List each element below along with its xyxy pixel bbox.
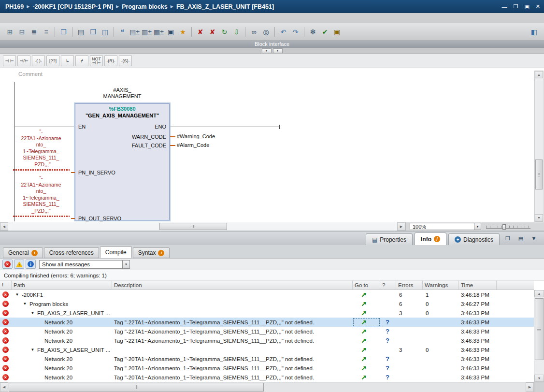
- goto-arrow-icon[interactable]: ↗: [361, 364, 367, 372]
- collapse-panel-icon[interactable]: ▼: [530, 234, 538, 242]
- symbol-information-icon[interactable]: ▤±: [129, 26, 140, 37]
- insert-network-icon[interactable]: ⊞: [4, 26, 15, 37]
- pin-eno[interactable]: ENO: [155, 124, 166, 130]
- operand-pn-out-servo[interactable]: "-22TA1~Azionamento_1~Telegramma_SIEMENS…: [12, 175, 71, 214]
- column-header[interactable]: Description: [112, 281, 353, 290]
- table-vscroll-track[interactable]: [534, 297, 544, 375]
- diagram-hscrollbar[interactable]: ◀ ▶: [0, 222, 406, 231]
- pin-pn-in-servo[interactable]: PN_IN_SERVO: [78, 170, 115, 175]
- function-block[interactable]: %FB30080 "GEN_AXIS_MANAGEMENT" EN ENO WA…: [75, 103, 170, 220]
- favorites-icon[interactable]: ★: [177, 26, 188, 37]
- goto-cell[interactable]: ↗: [353, 354, 380, 363]
- goto-cell[interactable]: ↗: [353, 308, 380, 318]
- knowhow-protection-icon[interactable]: ▣: [331, 26, 343, 37]
- message-filter-dropdown[interactable]: Show all messages ▼: [39, 260, 130, 269]
- column-header[interactable]: Warnings: [423, 281, 459, 290]
- table-scroll-right-button[interactable]: ▶: [526, 382, 534, 392]
- table-scroll-down-button[interactable]: ▼: [534, 375, 544, 382]
- pin-warn-code[interactable]: WARN_CODE: [132, 134, 166, 140]
- diagram-vscroll-thumb[interactable]: [535, 160, 543, 189]
- column-header[interactable]: ?: [380, 281, 396, 290]
- tab-syntax[interactable]: Syntaxi: [133, 247, 170, 258]
- expand-triangle-icon[interactable]: ▼: [29, 348, 36, 352]
- filter-errors-button[interactable]: ×: [2, 260, 13, 269]
- update-block-calls-icon[interactable]: ↻: [219, 26, 230, 37]
- next-point-icon[interactable]: ↷: [290, 26, 301, 37]
- float-panel-icon[interactable]: ❐: [504, 234, 512, 242]
- goto-arrow-icon[interactable]: ↗: [361, 346, 367, 354]
- tab-info[interactable]: Infoi: [415, 232, 446, 245]
- close-branch-button[interactable]: ↱: [75, 55, 88, 66]
- column-header[interactable]: [497, 281, 534, 290]
- goto-cell[interactable]: ↗: [353, 327, 380, 336]
- goto-arrow-icon[interactable]: ↗: [361, 319, 367, 326]
- operand-pn-in-servo[interactable]: "-22TA1~Azionamento_1~Telegramma_SIEMENS…: [12, 129, 71, 168]
- column-header[interactable]: Errors: [396, 281, 423, 290]
- column-header[interactable]: Go to: [353, 281, 380, 290]
- message-row[interactable]: ×▼-200KF1↗613:46:18 PM: [0, 290, 534, 299]
- close-all-networks-icon[interactable]: ≡: [41, 26, 52, 37]
- table-hscroll-track[interactable]: [8, 382, 526, 392]
- zoom-slider[interactable]: [486, 224, 530, 230]
- table-scroll-left-button[interactable]: ◀: [0, 382, 8, 392]
- message-row[interactable]: ×▼Program blocks↗603:46:27 PM: [0, 299, 534, 308]
- message-row[interactable]: ×Network 20Tag "-22TA1~Azionamento_1~Tel…: [0, 336, 534, 345]
- diagram-hscroll-track[interactable]: [8, 222, 397, 231]
- paste-selection-icon[interactable]: ❐: [58, 26, 69, 37]
- table-hscroll-thumb[interactable]: [9, 383, 264, 392]
- call-environment-icon[interactable]: ✻: [307, 26, 318, 37]
- goto-arrow-icon[interactable]: ↗: [361, 374, 367, 381]
- zoom-slider-thumb[interactable]: [502, 224, 506, 230]
- table-hscrollbar[interactable]: ◀ ▶: [0, 382, 544, 392]
- filter-info-button[interactable]: i: [26, 260, 36, 269]
- question-icon[interactable]: ?: [386, 328, 389, 335]
- operand-information-icon[interactable]: ▥±: [141, 26, 152, 37]
- question-icon[interactable]: ?: [386, 319, 389, 326]
- question-icon[interactable]: ?: [386, 374, 389, 381]
- goto-cell[interactable]: ↗: [353, 336, 380, 345]
- open-branch-button[interactable]: ↳: [61, 55, 74, 66]
- goto-cell[interactable]: ↗: [353, 318, 380, 327]
- set-coil-button[interactable]: -(S)-: [119, 55, 132, 66]
- message-row[interactable]: ×▼FB_AXIS_Z_LASER_UNIT ...↗303:46:33 PM: [0, 308, 534, 318]
- goto-arrow-icon[interactable]: ↗: [361, 291, 367, 299]
- coil-button[interactable]: -( )-: [32, 55, 45, 66]
- zoom-dropdown-icon[interactable]: ▼: [474, 223, 481, 230]
- goto-cell[interactable]: ↗: [353, 373, 380, 382]
- filter-dropdown-icon[interactable]: ▼: [122, 261, 129, 268]
- scroll-down-button[interactable]: ▼: [535, 214, 543, 221]
- network-canvas[interactable]: #AXIS_MANAGEMENT %FB30080 "GEN_AXIS_MANA…: [0, 80, 544, 222]
- table-vscrollbar[interactable]: ▲ ▼: [534, 290, 544, 382]
- maximize-editor-icon[interactable]: ❒: [87, 26, 99, 37]
- minimize-button[interactable]: —: [502, 4, 507, 10]
- network-overview-icon[interactable]: ▤: [75, 26, 86, 37]
- close-button[interactable]: ✕: [536, 3, 540, 10]
- detach-editor-icon[interactable]: ◧: [529, 26, 540, 37]
- diagram-hscroll-thumb[interactable]: [159, 223, 227, 230]
- question-icon[interactable]: ?: [386, 355, 389, 363]
- expand-triangle-icon[interactable]: ▼: [22, 302, 28, 306]
- goto-cell[interactable]: ↗: [353, 345, 380, 354]
- goto-arrow-icon[interactable]: ↗: [361, 328, 367, 335]
- open-all-networks-icon[interactable]: ≣: [29, 26, 40, 37]
- block-interface-bar[interactable]: Block interface: [0, 41, 544, 48]
- zoom-select[interactable]: 100% ▼: [410, 223, 481, 230]
- tab-diagnostics[interactable]: +Diagnostics: [448, 233, 500, 245]
- message-row[interactable]: ×Network 20Tag "-20TA1~Azionamento_1~Tel…: [0, 363, 534, 373]
- breadcrumb-item[interactable]: PH169: [4, 3, 25, 10]
- message-row[interactable]: ×Network 20Tag "-22TA1~Azionamento_1~Tel…: [0, 327, 534, 336]
- goto-arrow-icon[interactable]: ↗: [361, 309, 367, 317]
- goto-cell[interactable]: ↗: [353, 290, 380, 299]
- expand-triangle-icon[interactable]: ▼: [14, 292, 20, 297]
- splitter-collapse-button-1[interactable]: ▼: [262, 48, 272, 53]
- tab-general[interactable]: Generali: [3, 247, 43, 258]
- goto-cell[interactable]: ↗: [353, 299, 380, 308]
- comment-label[interactable]: Comment: [18, 71, 43, 77]
- message-row[interactable]: ×Network 20Tag "-22TA1~Azionamento_1~Tel…: [0, 318, 534, 327]
- monitoring-selection-icon[interactable]: ◎: [260, 26, 272, 37]
- tab-properties[interactable]: ▤Properties: [366, 233, 413, 245]
- instance-name-label[interactable]: #AXIS_MANAGEMENT: [75, 87, 170, 100]
- expand-panel-icon[interactable]: ▤: [517, 234, 525, 242]
- goto-arrow-icon[interactable]: ↗: [361, 300, 367, 308]
- split-editor-icon[interactable]: ◫: [100, 26, 111, 37]
